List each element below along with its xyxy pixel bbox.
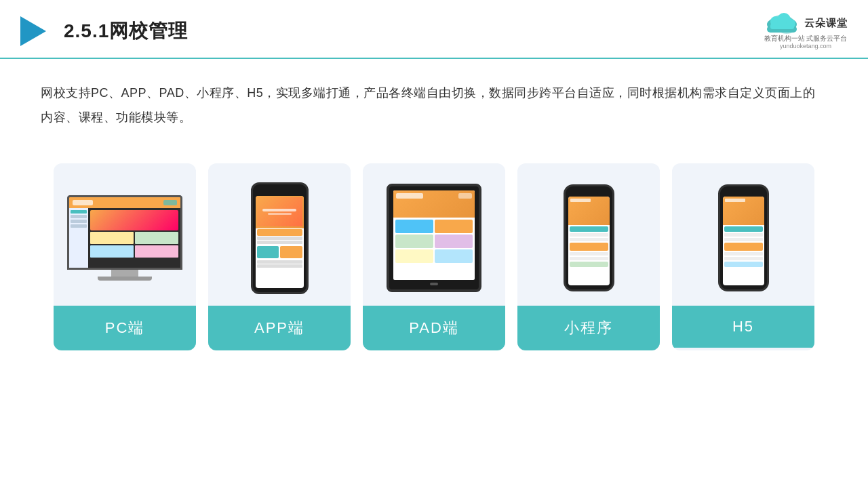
card-miniprogram-label: 小程序 (517, 306, 660, 350)
tablet-body (393, 218, 475, 265)
platform-cards: PC端 (0, 143, 868, 364)
h5-row-2 (724, 238, 763, 241)
pc-screen (67, 195, 182, 270)
logo-name: 云朵课堂 (804, 17, 848, 30)
phone-content (256, 228, 304, 269)
phone-row-1 (257, 229, 302, 236)
phone-frame-app (251, 182, 309, 294)
card-app-label: APP端 (208, 306, 351, 350)
mp-row-3 (570, 252, 608, 256)
logo-area: 云朵课堂 教育机构一站 式服务云平台 yunduoketang.com (764, 12, 848, 49)
mp-row-2 (570, 238, 608, 241)
h5-row-1 (724, 233, 763, 237)
page-title: 2.5.1网校管理 (64, 18, 188, 44)
phone-mini-content-mp (568, 225, 610, 270)
mp-row-4 (570, 257, 608, 260)
card-pc: PC端 (54, 163, 196, 350)
tablet-cell-1 (395, 220, 433, 233)
card-h5: H5 (672, 163, 814, 350)
cloud-icon (764, 12, 800, 34)
logo-icon: 云朵课堂 (764, 12, 848, 34)
phone-row-3 (257, 241, 302, 244)
phone-mini-screen-mp (568, 197, 610, 285)
tablet-frame (387, 184, 481, 292)
phone-notch-app (269, 190, 290, 194)
play-icon (20, 16, 46, 46)
phone-row-4 (257, 260, 302, 264)
phone-row-5 (257, 264, 302, 268)
mp-row-1 (570, 233, 608, 237)
page-header: 2.5.1网校管理 云朵课堂 教育机构一站 式服务云平台 yunduoketan… (0, 0, 868, 59)
phone-mini-screen-h5 (723, 197, 764, 285)
card-app-image (208, 163, 351, 306)
h5-row-4 (724, 257, 763, 260)
phone-mini-header-h5 (723, 197, 764, 225)
phone-mini-h5 (718, 184, 769, 291)
svg-rect-10 (770, 24, 794, 29)
tablet-screen (393, 190, 475, 280)
phone-mini-content-h5 (723, 225, 764, 270)
card-pad-image (363, 163, 505, 306)
card-h5-label: H5 (672, 306, 814, 348)
pc-mock (67, 195, 182, 281)
card-miniprogram: 小程序 (517, 163, 660, 350)
pc-stand (111, 270, 138, 277)
description-paragraph: 网校支持PC、APP、PAD、小程序、H5，实现多端打通，产品各终端自由切换，数… (41, 81, 827, 129)
h5-row-3 (724, 252, 763, 256)
tablet-cell-2 (435, 220, 473, 233)
card-pad-label: PAD端 (363, 306, 505, 350)
tablet-mock (387, 184, 481, 292)
card-app: APP端 (208, 163, 351, 350)
phone-screen-app (256, 196, 304, 288)
phone-header-bar (256, 196, 304, 228)
phone-mini-mp (564, 184, 614, 291)
mp-btn-1 (570, 226, 608, 232)
logo-url: yunduoketang.com (780, 43, 831, 49)
card-h5-image (672, 163, 814, 306)
h5-btn-1 (724, 226, 763, 232)
card-pc-label: PC端 (54, 306, 196, 350)
card-pc-image (54, 163, 196, 306)
logo-tagline: 教育机构一站 式服务云平台 (764, 34, 848, 43)
description-text: 网校支持PC、APP、PAD、小程序、H5，实现多端打通，产品各终端自由切换，数… (0, 59, 868, 143)
phone-row-2 (257, 237, 302, 240)
card-pad: PAD端 (363, 163, 505, 350)
phone-mini-notch-h5 (734, 191, 753, 195)
pc-base (98, 277, 152, 281)
phone-mini-header-mp (568, 197, 610, 225)
tablet-header (393, 190, 475, 218)
card-miniprogram-image (517, 163, 660, 306)
header-left: 2.5.1网校管理 (20, 16, 188, 46)
tablet-home-btn (430, 283, 438, 285)
phone-mini-notch-mp (579, 191, 598, 195)
